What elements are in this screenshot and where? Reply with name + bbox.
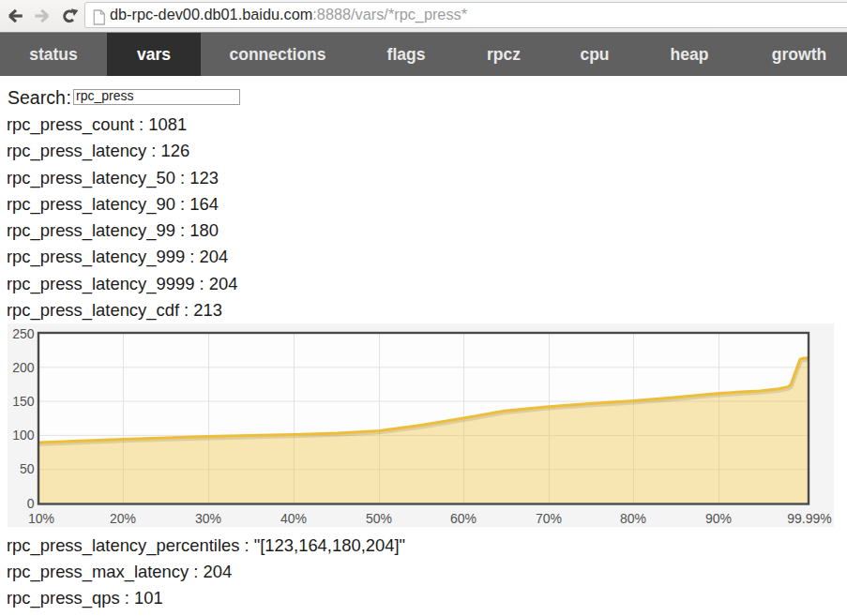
svg-text:200: 200 [12,360,35,375]
svg-text:20%: 20% [110,511,136,526]
svg-text:100: 100 [12,428,35,443]
svg-text:80%: 80% [620,511,646,526]
svg-text:50%: 50% [366,511,392,526]
svg-text:40%: 40% [280,511,307,526]
svg-text:90%: 90% [705,511,732,526]
svg-text:250: 250 [12,326,35,341]
svg-text:0: 0 [27,496,35,511]
svg-text:50: 50 [20,461,35,476]
svg-text:10%: 10% [28,511,54,526]
svg-text:70%: 70% [536,511,562,526]
svg-text:150: 150 [12,394,35,409]
svg-text:60%: 60% [450,511,476,526]
svg-text:99.99%: 99.99% [787,511,831,526]
svg-text:30%: 30% [195,511,221,526]
